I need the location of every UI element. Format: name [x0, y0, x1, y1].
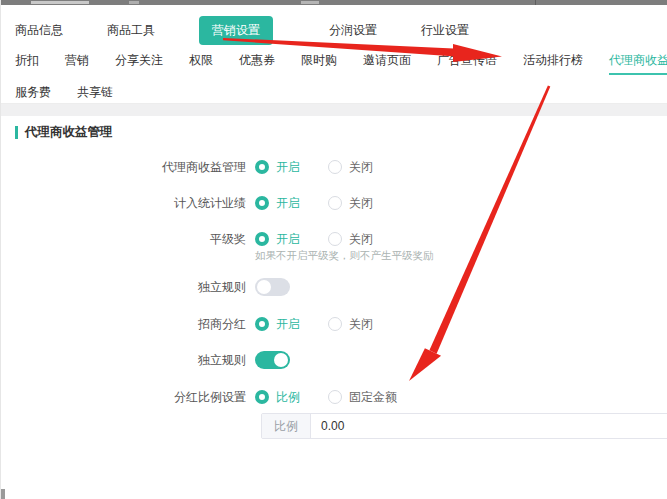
tab-profit-sharing-settings[interactable]: 分润设置 — [329, 22, 377, 39]
note-row: 如果不开启平级奖，则不产生平级奖励 — [1, 249, 667, 263]
radio-label: 比例 — [276, 389, 300, 406]
radio-off[interactable]: 关闭 — [328, 316, 373, 333]
radio-dot-icon — [328, 160, 342, 174]
field-label: 计入统计业绩 — [1, 195, 246, 212]
radio-off[interactable]: 关闭 — [328, 159, 373, 176]
content-card: 代理商收益管理 代理商收益管理 开启 关闭 计入统计业绩 — [1, 116, 667, 499]
radio-label: 开启 — [276, 316, 300, 333]
field-label: 独立规则 — [1, 352, 246, 369]
subtab-permissions[interactable]: 权限 — [189, 52, 213, 75]
radio-off[interactable]: 关闭 — [328, 195, 373, 212]
radio-label: 关闭 — [349, 316, 373, 333]
toggle-knob — [274, 353, 288, 367]
subtab-discount[interactable]: 折扣 — [15, 52, 39, 75]
field-label: 独立规则 — [1, 279, 246, 296]
radio-on[interactable]: 开启 — [255, 316, 300, 333]
tab-industry-settings[interactable]: 行业设置 — [421, 22, 469, 39]
corner-fragment — [1, 489, 5, 499]
ratio-input[interactable] — [311, 414, 667, 438]
section-heading: 代理商收益管理 — [1, 116, 667, 141]
background-window-fragment — [31, 1, 89, 4]
radio-dot-icon — [255, 317, 269, 331]
tabs-card: 商品信息 商品工具 营销设置 分润设置 行业设置 折扣 营销 分享关注 权限 优… — [1, 5, 667, 104]
subtab-agent-income-management-active[interactable]: 代理商收益管理 — [609, 52, 667, 75]
field-label: 招商分红 — [1, 316, 246, 333]
radio-dot-icon — [328, 196, 342, 210]
radio-label: 开启 — [276, 159, 300, 176]
page-title: 代理商收益管理 — [25, 124, 113, 141]
subtab-share-follow[interactable]: 分享关注 — [115, 52, 163, 75]
background-window-strip — [1, 0, 667, 5]
radio-label: 关闭 — [349, 231, 373, 248]
independent-rule-toggle-on[interactable] — [255, 351, 290, 369]
form-row-independent-rule-2: 独立规则 — [1, 350, 667, 370]
ratio-input-row: 比例 — [261, 413, 667, 439]
field-label: 平级奖 — [1, 231, 246, 248]
tab-product-info[interactable]: 商品信息 — [15, 22, 63, 39]
independent-rule-toggle-off[interactable] — [255, 278, 290, 296]
form-row-independent-rule-1: 独立规则 — [1, 277, 667, 297]
radio-label: 开启 — [276, 195, 300, 212]
ratio-input-group: 比例 — [261, 413, 667, 439]
toggle-knob — [257, 280, 271, 294]
background-window-divider — [535, 0, 536, 5]
form-row-dividend-ratio-setting: 分红比例设置 比例 固定金额 — [1, 387, 667, 407]
tab-marketing-settings-active[interactable]: 营销设置 — [199, 16, 273, 45]
radio-off[interactable]: 关闭 — [328, 231, 373, 248]
subtab-invite-page[interactable]: 邀请页面 — [363, 52, 411, 75]
radio-label: 关闭 — [349, 195, 373, 212]
radio-ratio[interactable]: 比例 — [255, 389, 300, 406]
secondary-tab-bar-row1: 折扣 营销 分享关注 权限 优惠券 限时购 邀请页面 广告宣传语 活动排行榜 代… — [1, 49, 667, 77]
subtab-marketing[interactable]: 营销 — [65, 52, 89, 75]
radio-label: 开启 — [276, 231, 300, 248]
radio-dot-icon — [255, 232, 269, 246]
radio-label: 固定金额 — [349, 389, 397, 406]
form-row-agent-income: 代理商收益管理 开启 关闭 — [1, 157, 667, 177]
radio-dot-icon — [255, 390, 269, 404]
background-window-fragment — [301, 1, 319, 4]
radio-on[interactable]: 开启 — [255, 195, 300, 212]
form-row-recruit-dividend: 招商分红 开启 关闭 — [1, 314, 667, 334]
radio-dot-icon — [328, 317, 342, 331]
radio-on[interactable]: 开启 — [255, 231, 300, 248]
radio-dot-icon — [255, 196, 269, 210]
field-label: 代理商收益管理 — [1, 159, 246, 176]
same-level-bonus-hint: 如果不开启平级奖，则不产生平级奖励 — [255, 249, 667, 263]
field-label: 分红比例设置 — [1, 389, 246, 406]
radio-fixed-amount[interactable]: 固定金额 — [328, 389, 397, 406]
radio-dot-icon — [328, 390, 342, 404]
subtab-activity-ranking[interactable]: 活动排行榜 — [523, 52, 583, 75]
heading-accent-bar — [15, 126, 18, 139]
agent-income-settings-page: 商品信息 商品工具 营销设置 分润设置 行业设置 折扣 营销 分享关注 权限 优… — [0, 0, 667, 499]
radio-dot-icon — [255, 160, 269, 174]
radio-label: 关闭 — [349, 159, 373, 176]
settings-form: 代理商收益管理 开启 关闭 计入统计业绩 — [1, 157, 667, 439]
primary-tab-bar: 商品信息 商品工具 营销设置 分润设置 行业设置 — [1, 5, 667, 45]
subtab-coupon[interactable]: 优惠券 — [239, 52, 275, 75]
radio-on[interactable]: 开启 — [255, 159, 300, 176]
section-divider-band — [1, 104, 667, 116]
ratio-input-prefix: 比例 — [262, 414, 311, 438]
subtab-flash-sale[interactable]: 限时购 — [301, 52, 337, 75]
background-window-fragment — [129, 1, 139, 4]
radio-dot-icon — [328, 232, 342, 246]
subtab-ad-slogan[interactable]: 广告宣传语 — [437, 52, 497, 75]
form-row-count-into-stats: 计入统计业绩 开启 关闭 — [1, 193, 667, 213]
form-row-same-level-bonus: 平级奖 开启 关闭 — [1, 229, 667, 249]
tab-product-tools[interactable]: 商品工具 — [107, 22, 155, 39]
